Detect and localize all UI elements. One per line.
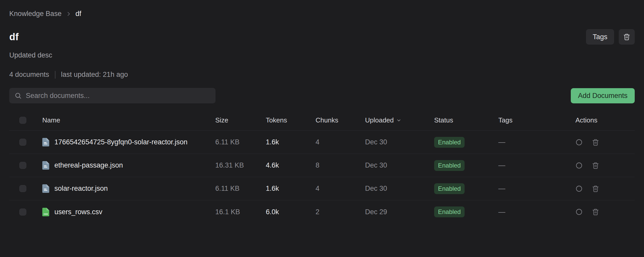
json-file-icon (42, 138, 49, 146)
status-badge: Enabled (434, 137, 465, 148)
select-all-checkbox[interactable] (19, 117, 26, 124)
column-header-uploaded[interactable]: Uploaded (365, 116, 434, 124)
page-title: df (9, 31, 19, 43)
breadcrumb-current: df (76, 10, 81, 18)
table-body: csv 1766542654725-8ygfqn0-solar-reactor.… (9, 131, 635, 223)
search-box[interactable] (9, 88, 216, 103)
document-chunks: 4 (316, 138, 365, 146)
document-name: 1766542654725-8ygfqn0-solar-reactor.json (54, 138, 187, 146)
kb-description: Updated desc (9, 51, 635, 59)
column-header-tokens[interactable]: Tokens (266, 116, 316, 124)
document-tokens: 1.6k (266, 138, 316, 146)
search-input[interactable] (26, 92, 210, 100)
delete-document-icon[interactable] (592, 185, 599, 192)
table-header: Name Size Tokens Chunks Uploaded Status … (9, 110, 635, 131)
row-checkbox[interactable] (19, 162, 26, 169)
document-uploaded: Dec 30 (365, 138, 434, 146)
table-row[interactable]: csv 1766542654725-8ygfqn0-solar-reactor.… (9, 131, 635, 154)
add-documents-button[interactable]: Add Documents (571, 88, 635, 103)
document-tags: — (498, 161, 571, 169)
csv-file-icon: csv (42, 208, 49, 216)
document-size: 16.31 KB (215, 161, 266, 169)
chevron-right-icon (66, 11, 71, 17)
document-tags: — (498, 138, 571, 146)
search-icon (14, 92, 22, 99)
row-checkbox[interactable] (19, 209, 26, 215)
delete-document-icon[interactable] (592, 162, 599, 169)
document-name: users_rows.csv (54, 208, 102, 216)
toggle-status-icon[interactable] (575, 208, 583, 215)
document-uploaded: Dec 30 (365, 185, 434, 193)
delete-document-icon[interactable] (592, 139, 599, 146)
column-header-tags[interactable]: Tags (498, 116, 571, 124)
trash-icon (623, 33, 630, 40)
document-size: 6.11 KB (215, 185, 266, 193)
column-header-actions: Actions (571, 116, 635, 124)
document-chunks: 4 (316, 185, 365, 193)
delete-document-icon[interactable] (592, 208, 599, 215)
delete-knowledge-base-button[interactable] (619, 29, 635, 45)
document-chunks: 2 (316, 208, 365, 216)
column-header-chunks[interactable]: Chunks (316, 116, 365, 124)
stats-divider (55, 71, 55, 79)
svg-text:csv: csv (44, 212, 48, 215)
toggle-status-icon[interactable] (575, 185, 583, 192)
toggle-status-icon[interactable] (575, 139, 583, 146)
json-file-icon (42, 184, 49, 193)
document-tokens: 1.6k (266, 185, 316, 193)
column-header-name[interactable]: Name (42, 116, 215, 124)
knowledge-base-detail-page: Knowledge Base df df Tags Updated desc 4… (0, 10, 644, 223)
table-row[interactable]: csv ethereal-passage.json 16.31 KB 4.6k … (9, 154, 635, 177)
document-tokens: 4.6k (266, 161, 316, 169)
toggle-status-icon[interactable] (575, 162, 583, 169)
column-header-status[interactable]: Status (434, 116, 498, 124)
status-badge: Enabled (434, 206, 465, 217)
document-uploaded: Dec 30 (365, 161, 434, 169)
document-tokens: 6.0k (266, 208, 316, 216)
status-badge: Enabled (434, 183, 465, 194)
status-badge: Enabled (434, 160, 465, 171)
row-checkbox[interactable] (19, 139, 26, 146)
kb-stats: 4 documents last updated: 21h ago (9, 71, 635, 79)
column-header-size[interactable]: Size (215, 116, 266, 124)
row-checkbox[interactable] (19, 185, 26, 192)
document-uploaded: Dec 29 (365, 208, 434, 216)
document-tags: — (498, 208, 571, 216)
breadcrumb: Knowledge Base df (9, 10, 635, 18)
table-row[interactable]: csv solar-reactor.json 6.11 KB 1.6k 4 De… (9, 177, 635, 200)
chevron-down-icon (396, 118, 401, 123)
document-name: solar-reactor.json (54, 185, 108, 193)
last-updated: last updated: 21h ago (61, 71, 128, 79)
document-name: ethereal-passage.json (54, 161, 123, 169)
document-tags: — (498, 185, 571, 193)
document-chunks: 8 (316, 161, 365, 169)
tags-button[interactable]: Tags (586, 29, 614, 45)
json-file-icon (42, 161, 49, 170)
table-row[interactable]: csv users_rows.csv 16.1 KB 6.0k 2 Dec 29… (9, 200, 635, 223)
document-size: 6.11 KB (215, 138, 266, 146)
breadcrumb-knowledge-base[interactable]: Knowledge Base (9, 10, 62, 18)
documents-table: Name Size Tokens Chunks Uploaded Status … (9, 110, 635, 223)
document-count: 4 documents (9, 71, 49, 79)
column-header-uploaded-label: Uploaded (365, 116, 394, 124)
document-size: 16.1 KB (215, 208, 266, 216)
